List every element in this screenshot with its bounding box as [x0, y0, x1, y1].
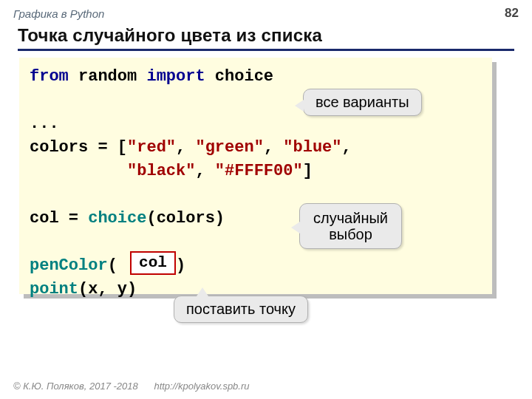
colors-assign: colors = [: [30, 138, 127, 157]
name-choice: choice: [205, 67, 273, 86]
page-number: 82: [505, 6, 519, 21]
callout-all-variants: все варианты: [303, 89, 422, 116]
col-assign: col =: [30, 209, 88, 228]
title-rule: [18, 49, 514, 51]
callout-put-point: поставить точку: [174, 296, 308, 323]
str-hex: "#FFFF00": [215, 162, 303, 180]
callout-random-choice-l1: случайный: [313, 210, 388, 226]
fn-pencolor: penColor: [30, 256, 108, 275]
slide-topic: Графика в Python: [13, 7, 104, 20]
str-blue: "blue": [283, 138, 341, 157]
callout-random-choice: случайный выбор: [299, 203, 402, 249]
footer: © К.Ю. Поляков, 2017 -2018 http://kpolya…: [13, 381, 250, 392]
mod-random: random: [69, 67, 147, 86]
str-black: "black": [127, 162, 195, 180]
str-red: "red": [127, 138, 176, 157]
slide: Графика в Python 82 Точка случайного цве…: [0, 0, 532, 399]
str-green: "green": [195, 138, 263, 157]
ellipsis: ...: [30, 115, 59, 133]
footer-copyright: © К.Ю. Поляков, 2017 -2018: [13, 381, 138, 392]
kw-import: import: [146, 67, 205, 86]
slide-title: Точка случайного цвета из списка: [18, 25, 322, 46]
kw-from: from: [30, 67, 69, 86]
fn-choice: choice: [88, 209, 146, 228]
highlight-col: col: [130, 251, 176, 275]
footer-url: http://kpolyakov.spb.ru: [154, 381, 249, 392]
callout-random-choice-l2: выбор: [329, 226, 372, 242]
fn-point: point: [30, 280, 78, 299]
